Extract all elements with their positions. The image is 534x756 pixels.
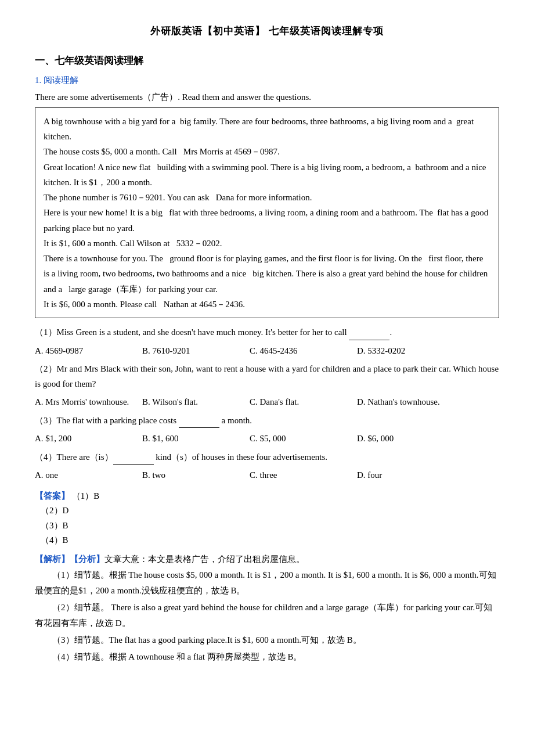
- answer-tag: 【答案】: [35, 491, 70, 501]
- q4-opt-d: D. four: [357, 468, 464, 483]
- intro-text: There are some advertisements（广告）. Read …: [35, 90, 499, 105]
- analysis-item-2: （2）细节题。 There is also a great yard behin…: [35, 600, 499, 631]
- analysis-tag: 【解析】: [35, 555, 70, 564]
- q1-opt-c: C. 4645-2436: [250, 344, 357, 359]
- q2-opt-c: C. Dana's flat.: [250, 395, 357, 410]
- q3-opt-c: C. $5, 000: [250, 431, 357, 447]
- question-2: （2）Mr and Mrs Black with their son, John…: [35, 362, 499, 391]
- analysis-section: 【解析】【分析】文章大意：本文是表格广告，介绍了出租房屋信息。 （1）细节题。根…: [35, 552, 499, 665]
- q2-text: （2）Mr and Mrs Black with their son, John…: [35, 364, 499, 388]
- ad-2-line-1: Great location! A nice new flat building…: [44, 160, 490, 190]
- answer-2: （2）D: [41, 506, 68, 515]
- q1-text: （1）Miss Green is a student, and she does…: [35, 327, 392, 337]
- analysis-item-3: （3）细节题。The flat has a good parking place…: [35, 632, 499, 648]
- q4-text: （4）There are（is） kind（s）of houses in the…: [35, 452, 327, 462]
- answer-section: 【答案】 （1）B （2）D （3）B （4）B: [35, 489, 499, 548]
- q2-opt-d: D. Nathan's townhouse.: [357, 395, 464, 410]
- page-title: 外研版英语【初中英语】 七年级英语阅读理解专项: [35, 23, 499, 40]
- answer-1: （1）B: [72, 491, 100, 501]
- q4-options: A. one B. two C. three D. four: [35, 468, 499, 483]
- analysis-summary: 文章大意：本文是表格广告，介绍了出租房屋信息。: [104, 555, 305, 564]
- q3-text: （3）The flat with a parking place costs a…: [35, 416, 252, 425]
- q2-opt-a: A. Mrs Morris' townhouse.: [35, 395, 142, 410]
- q1-options: A. 4569-0987 B. 7610-9201 C. 4645-2436 D…: [35, 344, 499, 359]
- q2-opt-b: B. Wilson's flat.: [142, 395, 250, 410]
- ad-2-line-2: The phone number is 7610－9201. You can a…: [44, 190, 490, 205]
- q2-options: A. Mrs Morris' townhouse. B. Wilson's fl…: [35, 395, 499, 410]
- q1-opt-b: B. 7610-9201: [142, 344, 250, 359]
- question-1: （1）Miss Green is a student, and she does…: [35, 325, 499, 340]
- analysis-item-4: （4）细节题。根据 A townhouse 和 a flat 两种房屋类型，故选…: [35, 649, 499, 665]
- answer-3: （3）B: [41, 521, 68, 530]
- q1-opt-a: A. 4569-0987: [35, 344, 142, 359]
- q3-options: A. $1, 200 B. $1, 600 C. $5, 000 D. $6, …: [35, 431, 499, 447]
- q3-opt-d: D. $6, 000: [357, 431, 464, 447]
- q4-opt-a: A. one: [35, 468, 142, 483]
- question-3: （3）The flat with a parking place costs a…: [35, 413, 499, 429]
- answer-4: （4）B: [41, 535, 68, 545]
- q4-opt-c: C. three: [250, 468, 357, 483]
- question-4: （4）There are（is） kind（s）of houses in the…: [35, 450, 499, 465]
- ad-4-line-2: It is $6, 000 a month. Please call Natha…: [44, 297, 490, 312]
- q3-opt-b: B. $1, 600: [142, 431, 250, 447]
- q3-opt-a: A. $1, 200: [35, 431, 142, 447]
- section-heading: 一、七年级英语阅读理解: [35, 53, 499, 70]
- ad-3-line-1: Here is your new home! It is a big flat …: [44, 205, 490, 236]
- ad-3-line-2: It is $1, 600 a month. Call Wilson at 53…: [44, 236, 490, 251]
- ad-1-line-1: A big townhouse with a big yard for a bi…: [44, 114, 490, 145]
- ad-box: A big townhouse with a big yard for a bi…: [35, 107, 499, 318]
- analysis-item-1: （1）细节题。根据 The house costs $5, 000 a mont…: [35, 567, 499, 599]
- q4-opt-b: B. two: [142, 468, 250, 483]
- ad-4-line-1: There is a townhouse for you. The ground…: [44, 251, 490, 297]
- question-label: 1. 阅读理解: [35, 73, 499, 88]
- ad-1-line-2: The house costs $5, 000 a month. Call Mr…: [44, 144, 490, 159]
- q1-opt-d: D. 5332-0202: [357, 344, 464, 359]
- analysis-sub-tag: 【分析】: [70, 555, 104, 564]
